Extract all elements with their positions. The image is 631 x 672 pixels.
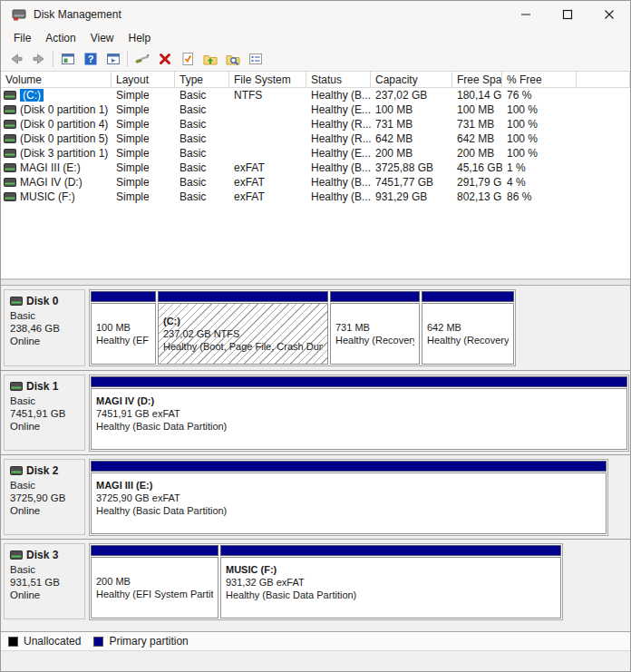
partition-disk0-efi[interactable]: 100 MB Healthy (EF (91, 291, 156, 365)
disk0-label[interactable]: Disk 0 Basic 238,46 GB Online (4, 289, 85, 366)
cell-layout: Simple (112, 190, 175, 203)
legend: Unallocated Primary partition (1, 631, 630, 650)
disk-row-1: Disk 1 Basic 7451,91 GB Online MAGI IV (… (1, 370, 630, 454)
cell-layout: Simple (112, 118, 175, 131)
cell-status: Healthy (E... (306, 147, 371, 160)
disk-row-3: Disk 3 Basic 931,51 GB Online 200 MB Hea… (1, 539, 630, 623)
disk3-label[interactable]: Disk 3 Basic 931,51 GB Online (4, 543, 85, 619)
cell-capacity: 642 MB (371, 132, 452, 145)
cell-freespace: 731 MB (452, 118, 502, 131)
column-header-freespace[interactable]: Free Spa... (452, 72, 502, 87)
disk2-label[interactable]: Disk 2 Basic 3725,90 GB Online (4, 459, 85, 535)
disk1-bar-group: MAGI IV (D:) 7451,91 GB exFAT Healthy (B… (89, 375, 629, 452)
app-icon (12, 7, 26, 22)
back-button[interactable] (5, 49, 27, 70)
partition-status: Healthy (Basic Data Partition) (96, 420, 622, 433)
cell-pctfree: 100 % (502, 103, 577, 116)
volume-name: MUSIC (F:) (20, 190, 75, 203)
volume-name: MAGI III (E:) (20, 161, 81, 174)
titlebar: Disk Management (1, 1, 630, 28)
partition-disk0-recovery1[interactable]: 731 MB Healthy (Recovery (330, 291, 420, 365)
partition-status: Healthy (Boot, Page File, Crash Dum (163, 340, 323, 353)
cell-type: Basic (175, 89, 229, 102)
disk1-label[interactable]: Disk 1 Basic 7451,91 GB Online (4, 375, 85, 451)
volume-row-disk0-p5[interactable]: (Disk 0 partition 5) Simple Basic Health… (1, 131, 630, 146)
primary-partition-swatch (93, 637, 103, 647)
cell-status: Healthy (B... (306, 176, 371, 189)
partition-music[interactable]: MUSIC (F:) 931,32 GB exFAT Healthy (Basi… (220, 545, 561, 618)
partition-size: 237,02 GB NTFS (163, 327, 323, 340)
cell-pctfree: 100 % (502, 132, 577, 145)
explore-folder-button[interactable] (221, 49, 244, 70)
partition-size: 100 MB (96, 321, 150, 334)
minimize-button[interactable] (505, 1, 547, 28)
cell-freespace: 45,16 GB (452, 161, 502, 174)
properties-button[interactable] (244, 49, 267, 70)
open-folder-button[interactable] (199, 49, 221, 70)
delete-button[interactable] (153, 49, 176, 70)
cell-filesystem: exFAT (229, 161, 306, 174)
partition-status: Healthy (EFI System Partiti (96, 588, 213, 600)
partition-disk0-recovery2[interactable]: 642 MB Healthy (Recovery (422, 291, 514, 365)
disk-name: Disk 3 (26, 549, 58, 561)
toolbar: ? (1, 47, 630, 72)
menu-action[interactable]: Action (38, 30, 83, 46)
volume-list-pane: Volume Layout Type File System Status Ca… (1, 72, 630, 279)
menu-view[interactable]: View (83, 30, 121, 46)
volume-row-c[interactable]: (C:) Simple Basic NTFS Healthy (B... 237… (1, 88, 630, 102)
partition-color-bar (91, 461, 607, 472)
partition-size: 642 MB (427, 321, 509, 334)
partition-magi3[interactable]: MAGI III (E:) 3725,90 GB exFAT Healthy (… (91, 461, 607, 534)
column-header-capacity[interactable]: Capacity (371, 72, 452, 87)
cell-type: Basic (175, 103, 229, 116)
maximize-button[interactable] (547, 1, 588, 28)
checklist-button[interactable] (176, 49, 199, 70)
cell-layout: Simple (112, 147, 175, 160)
volume-row-disk0-p4[interactable]: (Disk 0 partition 4) Simple Basic Health… (1, 117, 630, 131)
partition-size: 3725,90 GB exFAT (96, 492, 601, 504)
delete-icon (157, 51, 173, 67)
menu-help[interactable]: Help (121, 30, 159, 46)
console-tree-button[interactable] (56, 49, 79, 70)
partition-c-drive[interactable]: (C:) 237,02 GB NTFS Healthy (Boot, Page … (158, 291, 328, 365)
volume-row-magi3[interactable]: MAGI III (E:) Simple Basic exFAT Healthy… (1, 161, 630, 175)
column-header-layout[interactable]: Layout (112, 72, 175, 87)
disk0-bar-group: 100 MB Healthy (EF (C:) 237,02 GB NTFS H… (89, 289, 516, 366)
cell-filesystem: exFAT (229, 190, 306, 203)
cell-layout: Simple (112, 103, 175, 116)
checklist-icon (180, 51, 196, 67)
column-header-status[interactable]: Status (306, 72, 371, 87)
partition-color-bar (91, 376, 627, 387)
cell-pctfree: 86 % (502, 190, 577, 203)
partition-color-bar (220, 545, 561, 556)
volume-row-disk0-p1[interactable]: (Disk 0 partition 1) Simple Basic Health… (1, 102, 630, 117)
column-header-filesystem[interactable]: File System (229, 72, 306, 87)
action-pane-button[interactable] (102, 49, 124, 70)
volume-name: MAGI IV (D:) (20, 176, 83, 189)
partition-disk3-efi[interactable]: 200 MB Healthy (EFI System Partiti (91, 545, 218, 618)
cell-layout: Simple (112, 132, 175, 145)
cell-status: Healthy (B... (306, 89, 371, 102)
partition-magi4[interactable]: MAGI IV (D:) 7451,91 GB exFAT Healthy (B… (91, 376, 627, 450)
pane-splitter[interactable] (1, 279, 630, 286)
cell-filesystem: NTFS (229, 89, 306, 102)
menu-file[interactable]: File (6, 30, 38, 46)
close-button[interactable] (588, 1, 630, 28)
help-button[interactable]: ? (79, 49, 102, 70)
folder-search-icon (225, 51, 241, 67)
column-header-volume[interactable]: Volume (1, 72, 112, 87)
disk-icon (10, 550, 23, 560)
volume-row-music[interactable]: MUSIC (F:) Simple Basic exFAT Healthy (B… (1, 190, 630, 204)
cell-pctfree: 1 % (502, 161, 577, 174)
svg-text:?: ? (87, 54, 93, 64)
column-header-pctfree[interactable]: % Free (502, 72, 577, 87)
graphical-view-pane: Disk 0 Basic 238,46 GB Online 100 MB Hea… (1, 286, 630, 650)
column-header-type[interactable]: Type (175, 72, 229, 87)
disk-name: Disk 0 (26, 295, 58, 307)
tool-button[interactable] (131, 49, 153, 70)
disk-size: 931,51 GB (10, 577, 81, 588)
forward-button[interactable] (27, 49, 50, 70)
volume-row-magi4[interactable]: MAGI IV (D:) Simple Basic exFAT Healthy … (1, 175, 630, 190)
volume-row-disk3-p1[interactable]: (Disk 3 partition 1) Simple Basic Health… (1, 146, 630, 161)
disk-status: Online (10, 589, 81, 600)
